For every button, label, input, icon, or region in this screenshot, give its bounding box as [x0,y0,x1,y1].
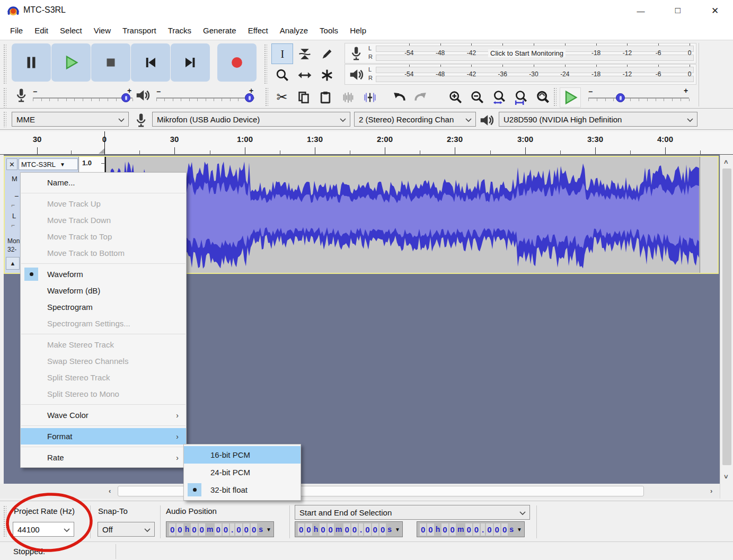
selection-mode-select[interactable]: Start and End of Selection [295,505,530,520]
skip-to-start-button[interactable] [131,43,170,82]
time-digit[interactable]: 0 [191,523,197,536]
time-digit[interactable]: 0 [379,523,386,536]
time-shift-tool-button[interactable] [294,65,315,85]
time-unit[interactable]: s [508,525,515,534]
timeline-ruler[interactable]: 300301:001:302:002:303:003:304:00 [0,131,733,155]
selection-end-field[interactable]: 00h00m00.000s▼ [417,521,525,537]
menu-generate[interactable]: Generate [197,21,242,40]
vertical-scroll-thumb[interactable] [722,168,731,465]
menu-item-format[interactable]: Format› [21,428,186,445]
play-at-speed-button[interactable] [560,87,581,108]
audio-host-select[interactable]: MME [12,112,129,127]
menu-item-spectrogram-settings[interactable]: Spectrogram Settings... [21,315,186,332]
time-digit[interactable]: 0 [486,523,492,536]
playhead-marker-icon[interactable] [99,143,104,154]
menu-item-waveform[interactable]: Waveform [21,266,186,282]
time-digit[interactable]: 0 [501,523,508,536]
menu-item-name[interactable]: Name... [21,174,186,191]
envelope-tool-button[interactable] [294,43,315,64]
time-digit[interactable]: 0 [305,523,312,536]
track-close-button[interactable]: ✕ [6,158,17,170]
time-digit[interactable]: 0 [420,523,426,536]
menu-transport[interactable]: Transport [117,21,162,40]
time-digit[interactable]: 0 [372,523,378,536]
draw-tool-button[interactable] [316,43,338,64]
time-digit[interactable]: 0 [199,523,205,536]
submenu-item-16-bit-pcm[interactable]: 16-bit PCM [184,446,301,464]
time-unit[interactable]: s [386,525,393,534]
time-digit[interactable]: 0 [328,523,334,536]
time-digit[interactable]: 0 [223,523,229,536]
project-rate-select[interactable]: 44100 [13,522,74,537]
monitoring-hint-text[interactable]: Click to Start Monitoring [488,49,566,57]
menu-effect[interactable]: Effect [242,21,274,40]
time-unit[interactable]: m [456,525,465,534]
playback-meter[interactable]: LR-54-48-42-36-30-24-18-12-60 [345,64,696,85]
snap-to-select[interactable]: Off [98,522,155,537]
time-digit[interactable]: 0 [235,523,242,536]
menu-help[interactable]: Help [344,21,372,40]
scroll-down-icon[interactable]: ˅ [724,473,728,481]
fit-project-button[interactable] [510,87,532,108]
time-digit[interactable]: . [481,523,485,536]
time-unit[interactable]: s [258,525,264,534]
menu-view[interactable]: View [88,21,117,40]
menu-item-wave-color[interactable]: Wave Color› [21,407,186,423]
time-digit[interactable]: 0 [473,523,480,536]
scroll-up-icon[interactable]: ˄ [724,158,728,166]
zoom-tool-button[interactable] [271,65,293,85]
time-digit[interactable]: 0 [298,523,304,536]
redo-button[interactable] [410,87,431,108]
time-field-dropdown-icon[interactable]: ▼ [266,527,271,532]
speaker-meter-icon[interactable] [347,66,366,83]
time-field-dropdown-icon[interactable]: ▼ [395,527,400,532]
time-digit[interactable]: 0 [243,523,250,536]
menu-item-move-track-to-bottom[interactable]: Move Track to Bottom [21,245,186,261]
audio-position-field[interactable]: 00h00m00.000s▼ [166,521,274,537]
time-digit[interactable]: 0 [494,523,500,536]
menu-edit[interactable]: Edit [29,21,54,40]
menu-item-move-track-to-top[interactable]: Move Track to Top [21,228,186,245]
horizontal-scrollbar[interactable]: ‹ › [0,484,720,499]
time-digit[interactable]: 0 [364,523,370,536]
zoom-in-button[interactable] [445,87,466,108]
time-unit[interactable]: m [206,525,214,534]
cut-button[interactable]: ✂ [271,87,293,108]
time-digit[interactable]: 0 [320,523,326,536]
copy-button[interactable] [293,87,314,108]
playback-volume-slider[interactable] [245,93,254,102]
pause-button[interactable] [12,43,51,82]
pan-slider-fragment[interactable]: L [12,212,20,220]
trim-audio-button[interactable] [338,87,359,108]
skip-to-end-button[interactable] [171,43,210,82]
time-unit[interactable]: h [184,525,191,534]
multi-tool-button[interactable] [316,65,338,85]
time-digit[interactable]: 0 [215,523,221,536]
time-digit[interactable]: 0 [441,523,448,536]
zoom-toggle-button[interactable] [532,87,553,108]
scroll-right-icon[interactable]: › [710,487,712,495]
menu-item-move-track-up[interactable]: Move Track Up [21,195,186,212]
close-button[interactable]: ✕ [703,0,727,21]
menu-item-spectrogram[interactable]: Spectrogram [21,299,186,315]
menu-item-waveform-db[interactable]: Waveform (dB) [21,282,186,299]
zoom-out-button[interactable] [467,87,488,108]
time-digit[interactable]: . [359,523,363,536]
minimize-button[interactable]: — [629,0,653,21]
time-unit[interactable]: h [313,525,320,534]
fit-selection-button[interactable] [489,87,510,108]
submenu-item-24-bit-pcm[interactable]: 24-bit PCM [184,464,301,481]
menu-tools[interactable]: Tools [314,21,344,40]
menu-item-split-stereo-track[interactable]: Split Stereo Track [21,369,186,386]
silence-audio-button[interactable] [359,87,381,108]
time-digit[interactable]: 0 [427,523,434,536]
play-speed-slider[interactable] [616,93,625,102]
submenu-item-32-bit-float[interactable]: 32-bit float [184,481,301,499]
menu-item-make-stereo-track[interactable]: Make Stereo Track [21,336,186,353]
time-digit[interactable]: 0 [449,523,456,536]
waveform-display[interactable] [105,157,718,273]
menu-select[interactable]: Select [54,21,88,40]
scroll-left-icon[interactable]: ‹ [109,487,111,495]
playback-device-select[interactable]: U28D590 (NVIDIA High Definition [499,112,697,127]
track-collapse-button[interactable]: ▲ [6,257,20,270]
